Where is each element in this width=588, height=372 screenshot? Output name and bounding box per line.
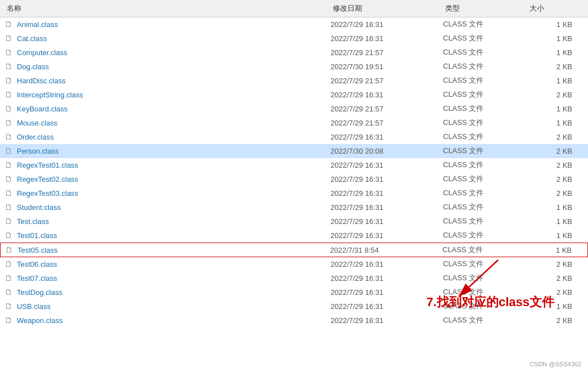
table-row[interactable]: 🗋HardDisc.class2022/7/29 21:57CLASS 文件1 …: [0, 74, 588, 88]
file-icon: 🗋: [4, 160, 13, 169]
table-row[interactable]: 🗋InterceptString.class2022/7/29 16:31CLA…: [0, 88, 588, 102]
file-icon: 🗋: [4, 259, 13, 268]
file-rows-container: 🗋Animal.class2022/7/29 16:31CLASS 文件1 KB…: [0, 17, 588, 328]
file-name-cell: 🗋Test.class: [4, 217, 331, 226]
file-type-cell: CLASS 文件: [443, 188, 527, 198]
file-type-cell: CLASS 文件: [443, 104, 527, 114]
table-row[interactable]: 🗋Person.class2022/7/30 20:08CLASS 文件2 KB: [0, 144, 588, 158]
file-type-cell: CLASS 文件: [443, 118, 527, 128]
file-size-cell: 2 KB: [527, 175, 584, 183]
file-name-cell: 🗋Computer.class: [4, 48, 331, 57]
col-date-header[interactable]: 修改日期: [331, 2, 443, 15]
file-icon: 🗋: [4, 20, 13, 29]
table-row[interactable]: 🗋Dog.class2022/7/30 19:51CLASS 文件2 KB: [0, 60, 588, 74]
file-type-cell: CLASS 文件: [443, 61, 527, 71]
col-size-header[interactable]: 大小: [527, 2, 584, 15]
file-size-cell: 2 KB: [527, 133, 584, 141]
file-type-cell: CLASS 文件: [443, 89, 527, 100]
table-row[interactable]: 🗋Student.class2022/7/29 16:31CLASS 文件1 K…: [0, 200, 588, 214]
file-icon: 🗋: [4, 288, 13, 297]
table-row[interactable]: 🗋Computer.class2022/7/29 21:57CLASS 文件1 …: [0, 46, 588, 60]
table-row[interactable]: 🗋Test.class2022/7/29 16:31CLASS 文件1 KB: [0, 214, 588, 228]
annotation-text: 7.找到对应的class文件: [427, 294, 554, 311]
file-name-cell: 🗋TestDog.class: [4, 288, 331, 297]
file-size-cell: 2 KB: [527, 147, 584, 155]
file-size-cell: 1 KB: [527, 48, 584, 57]
file-date-cell: 2022/7/29 16:31: [331, 316, 443, 325]
file-icon: 🗋: [4, 132, 13, 141]
table-row[interactable]: 🗋Cat.class2022/7/29 16:31CLASS 文件1 KB: [0, 32, 588, 46]
file-type-cell: CLASS 文件: [443, 259, 527, 269]
file-icon: 🗋: [5, 245, 14, 254]
table-row[interactable]: 🗋Test01.class2022/7/29 16:31CLASS 文件1 KB: [0, 228, 588, 243]
table-row[interactable]: 🗋Test06.class2022/7/29 16:31CLASS 文件2 KB: [0, 257, 588, 271]
file-list-header: 名称 修改日期 类型 大小: [0, 0, 588, 17]
file-type-cell: CLASS 文件: [443, 202, 527, 212]
table-row[interactable]: 🗋RegexTest01.class2022/7/29 16:31CLASS 文…: [0, 158, 588, 172]
file-name-cell: 🗋Mouse.class: [4, 118, 331, 127]
file-name-cell: 🗋RegexTest02.class: [4, 174, 331, 183]
table-row[interactable]: 🗋Animal.class2022/7/29 16:31CLASS 文件1 KB: [0, 17, 588, 32]
file-name-cell: 🗋Dog.class: [4, 62, 331, 71]
col-type-header[interactable]: 类型: [443, 2, 527, 15]
file-name-cell: 🗋Animal.class: [4, 20, 331, 29]
file-name-label: Test05.class: [17, 246, 58, 254]
table-row[interactable]: 🗋Mouse.class2022/7/29 21:57CLASS 文件1 KB: [0, 116, 588, 130]
file-name-label: Test07.class: [17, 274, 57, 283]
file-name-label: RegexTest01.class: [17, 161, 78, 169]
file-date-cell: 2022/7/29 16:31: [331, 274, 443, 283]
table-row[interactable]: 🗋RegexTest02.class2022/7/29 16:31CLASS 文…: [0, 172, 588, 186]
table-row[interactable]: 🗋Weapon.class2022/7/29 16:31CLASS 文件2 KB: [0, 313, 588, 328]
file-name-label: TestDog.class: [17, 288, 62, 297]
file-size-cell: 1 KB: [527, 34, 584, 43]
table-row[interactable]: 🗋Test05.class2022/7/31 8:54CLASS 文件1 KB: [0, 243, 588, 257]
file-name-label: RegexTest02.class: [17, 175, 78, 183]
file-name-cell: 🗋Test01.class: [4, 231, 331, 240]
col-name-header[interactable]: 名称: [4, 2, 331, 15]
table-row[interactable]: 🗋Order.class2022/7/29 16:31CLASS 文件2 KB: [0, 130, 588, 144]
file-type-cell: CLASS 文件: [443, 47, 527, 57]
file-date-cell: 2022/7/29 16:31: [331, 231, 443, 240]
file-name-cell: 🗋Test06.class: [4, 259, 331, 268]
file-name-cell: 🗋HardDisc.class: [4, 76, 331, 85]
file-date-cell: 2022/7/31 8:54: [330, 246, 442, 254]
file-icon: 🗋: [4, 217, 13, 226]
table-row[interactable]: 🗋KeyBoard.class2022/7/29 21:57CLASS 文件1 …: [0, 102, 588, 116]
table-row[interactable]: 🗋RegexTest03.class2022/7/29 16:31CLASS 文…: [0, 186, 588, 200]
file-name-label: Order.class: [17, 133, 54, 141]
file-name-cell: 🗋Person.class: [4, 146, 331, 155]
file-icon: 🗋: [4, 231, 13, 240]
file-date-cell: 2022/7/29 21:57: [331, 105, 443, 113]
file-type-cell: CLASS 文件: [443, 19, 527, 29]
file-name-label: USB.class: [17, 302, 51, 311]
file-type-cell: CLASS 文件: [443, 273, 527, 283]
file-list: 名称 修改日期 类型 大小 🗋Animal.class2022/7/29 16:…: [0, 0, 588, 328]
watermark: CSDN @SSS4362: [530, 361, 581, 367]
file-name-label: Student.class: [17, 203, 61, 212]
file-name-cell: 🗋Order.class: [4, 132, 331, 141]
table-row[interactable]: 🗋Test07.class2022/7/29 16:31CLASS 文件2 KB: [0, 271, 588, 285]
file-date-cell: 2022/7/29 16:31: [331, 161, 443, 169]
file-name-cell: 🗋Test07.class: [4, 274, 331, 283]
file-size-cell: 1 KB: [527, 231, 584, 240]
file-date-cell: 2022/7/29 21:57: [331, 77, 443, 85]
file-name-cell: 🗋RegexTest01.class: [4, 160, 331, 169]
file-icon: 🗋: [4, 48, 13, 57]
file-icon: 🗋: [4, 316, 13, 325]
file-size-cell: 2 KB: [527, 316, 584, 325]
file-size-cell: 2 KB: [527, 161, 584, 169]
file-type-cell: CLASS 文件: [442, 245, 527, 255]
file-name-cell: 🗋KeyBoard.class: [4, 104, 331, 113]
file-name-label: Computer.class: [17, 48, 67, 57]
file-date-cell: 2022/7/29 16:31: [331, 20, 443, 29]
file-type-cell: CLASS 文件: [443, 146, 527, 156]
file-date-cell: 2022/7/29 16:31: [331, 34, 443, 43]
file-name-cell: 🗋Weapon.class: [4, 316, 331, 325]
file-date-cell: 2022/7/29 16:31: [331, 175, 443, 183]
file-type-cell: CLASS 文件: [443, 216, 527, 226]
file-type-cell: CLASS 文件: [443, 174, 527, 184]
file-name-cell: 🗋InterceptString.class: [4, 90, 331, 99]
file-name-label: Test06.class: [17, 260, 57, 268]
file-size-cell: 1 KB: [527, 105, 584, 113]
file-type-cell: CLASS 文件: [443, 315, 527, 325]
